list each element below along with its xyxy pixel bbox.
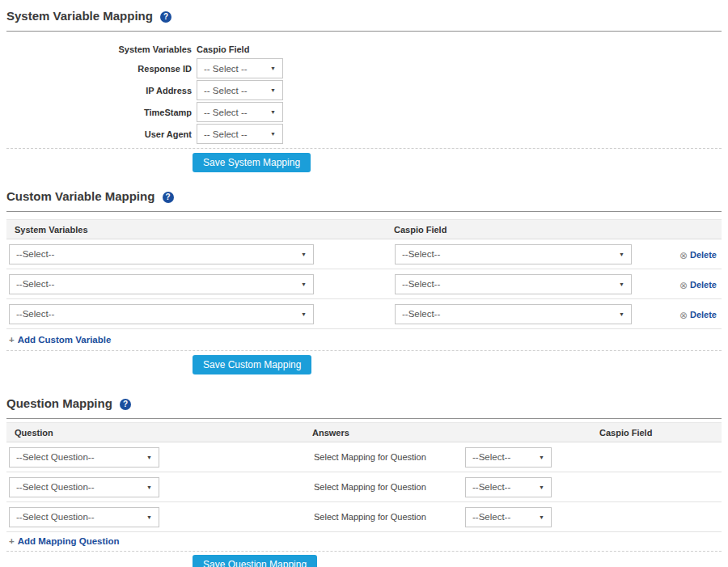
column-header-caspio-field: Caspio Field	[394, 225, 447, 235]
chevron-down-icon: ▼	[270, 66, 276, 71]
table-row: --Select-- ▼ --Select-- ▼ ⊗Delete	[6, 299, 722, 329]
plus-icon: +	[9, 536, 15, 546]
table-row: IP Address -- Select -- ▼	[6, 79, 722, 101]
system-variable-mapping-section: System Variable Mapping ? System Variabl…	[6, 8, 722, 172]
chevron-down-icon: ▼	[619, 281, 624, 287]
row-label: TimeStamp	[6, 108, 192, 117]
column-header-caspio-field: Caspio Field	[599, 428, 652, 438]
delete-label: Delete	[690, 280, 717, 290]
add-custom-variable-link[interactable]: +Add Custom Variable	[9, 335, 111, 345]
timestamp-select[interactable]: -- Select -- ▼	[197, 102, 283, 122]
response-id-select[interactable]: -- Select -- ▼	[197, 58, 283, 78]
select-value: --Select--	[402, 309, 440, 319]
section-title: Question Mapping ?	[6, 396, 722, 412]
divider	[6, 418, 722, 419]
table-header: System Variables Caspio Field	[6, 41, 722, 57]
select-value: --Select--	[472, 482, 510, 492]
answer-mapping-label: Select Mapping for Question	[314, 452, 465, 462]
table-row: --Select-- ▼ --Select-- ▼ ⊗Delete	[6, 269, 722, 299]
delete-label: Delete	[690, 250, 717, 260]
chevron-down-icon: ▼	[301, 311, 307, 317]
chevron-down-icon: ▼	[539, 514, 544, 520]
dashed-divider	[6, 551, 722, 552]
delete-link[interactable]: ⊗Delete	[679, 280, 717, 290]
chevron-down-icon: ▼	[270, 109, 276, 115]
save-question-mapping-button[interactable]: Save Question Mapping	[193, 555, 317, 567]
system-variable-select[interactable]: --Select-- ▼	[9, 274, 314, 294]
select-value: --Select Question--	[16, 452, 95, 462]
table-row: --Select Question-- ▼ Select Mapping for…	[6, 502, 722, 532]
divider	[6, 31, 722, 32]
select-value: -- Select --	[204, 64, 248, 74]
system-mapping-table: System Variables Caspio Field Response I…	[6, 41, 722, 145]
question-select[interactable]: --Select Question-- ▼	[9, 507, 159, 527]
answer-mapping-label: Select Mapping for Question	[314, 482, 465, 492]
save-system-mapping-button[interactable]: Save System Mapping	[193, 153, 311, 172]
caspio-field-select[interactable]: --Select-- ▼	[395, 274, 632, 294]
row-label: Response ID	[6, 64, 192, 74]
circle-x-icon: ⊗	[679, 250, 688, 261]
table-row: --Select Question-- ▼ Select Mapping for…	[6, 442, 722, 472]
select-value: --Select--	[16, 249, 54, 259]
question-mapping-section: Question Mapping ? Question Answers Casp…	[6, 396, 722, 567]
column-header-question: Question	[15, 428, 312, 438]
chevron-down-icon: ▼	[146, 455, 152, 460]
chevron-down-icon: ▼	[270, 131, 276, 137]
chevron-down-icon: ▼	[146, 484, 152, 490]
select-value: -- Select --	[204, 86, 248, 95]
select-value: --Select--	[402, 279, 440, 289]
chevron-down-icon: ▼	[270, 87, 276, 93]
answer-mapping-label: Select Mapping for Question	[314, 512, 465, 522]
chevron-down-icon: ▼	[619, 311, 624, 317]
column-header-answers: Answers	[312, 428, 599, 438]
chevron-down-icon: ▼	[301, 281, 307, 287]
add-link-label: Add Mapping Question	[18, 536, 120, 546]
section-title: Custom Variable Mapping ?	[6, 188, 722, 205]
select-value: --Select--	[16, 279, 54, 289]
dashed-divider	[6, 350, 722, 351]
add-link-label: Add Custom Variable	[18, 335, 112, 345]
plus-icon: +	[9, 335, 15, 345]
caspio-field-select[interactable]: --Select-- ▼	[465, 447, 552, 468]
section-title-text: System Variable Mapping	[6, 9, 153, 23]
system-variable-select[interactable]: --Select-- ▼	[9, 304, 314, 324]
chevron-down-icon: ▼	[539, 455, 544, 460]
table-header: Question Answers Caspio Field	[6, 422, 722, 442]
question-select[interactable]: --Select Question-- ▼	[9, 447, 159, 468]
chevron-down-icon: ▼	[539, 484, 544, 490]
circle-x-icon: ⊗	[679, 310, 688, 321]
circle-x-icon: ⊗	[679, 280, 688, 291]
dashed-divider	[6, 148, 722, 149]
caspio-field-select[interactable]: --Select-- ▼	[395, 304, 632, 324]
delete-label: Delete	[690, 310, 717, 319]
help-icon[interactable]: ?	[160, 11, 171, 23]
save-custom-mapping-button[interactable]: Save Custom Mapping	[193, 355, 311, 374]
ip-address-select[interactable]: -- Select -- ▼	[197, 80, 283, 100]
section-title-text: Custom Variable Mapping	[6, 189, 154, 203]
table-row: --Select-- ▼ --Select-- ▼ ⊗Delete	[6, 239, 722, 269]
caspio-field-select[interactable]: --Select-- ▼	[465, 477, 552, 497]
delete-link[interactable]: ⊗Delete	[679, 250, 717, 260]
column-header-system-variables: System Variables	[6, 44, 192, 54]
row-label: IP Address	[6, 86, 192, 95]
question-select[interactable]: --Select Question-- ▼	[9, 477, 159, 497]
chevron-down-icon: ▼	[619, 252, 624, 257]
table-row: Response ID -- Select -- ▼	[6, 57, 722, 79]
select-value: --Select Question--	[16, 482, 95, 492]
section-title-text: Question Mapping	[6, 396, 112, 410]
delete-link[interactable]: ⊗Delete	[679, 310, 717, 319]
select-value: --Select--	[472, 452, 510, 462]
system-variable-select[interactable]: --Select-- ▼	[9, 244, 314, 264]
caspio-field-select[interactable]: --Select-- ▼	[395, 244, 632, 264]
chevron-down-icon: ▼	[301, 252, 307, 257]
select-value: --Select Question--	[16, 512, 95, 522]
help-icon[interactable]: ?	[163, 192, 174, 203]
table-row: TimeStamp -- Select -- ▼	[6, 101, 722, 123]
user-agent-select[interactable]: -- Select -- ▼	[197, 124, 283, 144]
help-icon[interactable]: ?	[120, 399, 131, 410]
add-mapping-question-link[interactable]: +Add Mapping Question	[9, 536, 120, 546]
select-value: --Select--	[472, 512, 510, 522]
table-row: --Select Question-- ▼ Select Mapping for…	[6, 472, 722, 502]
select-value: --Select--	[402, 249, 440, 259]
caspio-field-select[interactable]: --Select-- ▼	[465, 507, 552, 527]
